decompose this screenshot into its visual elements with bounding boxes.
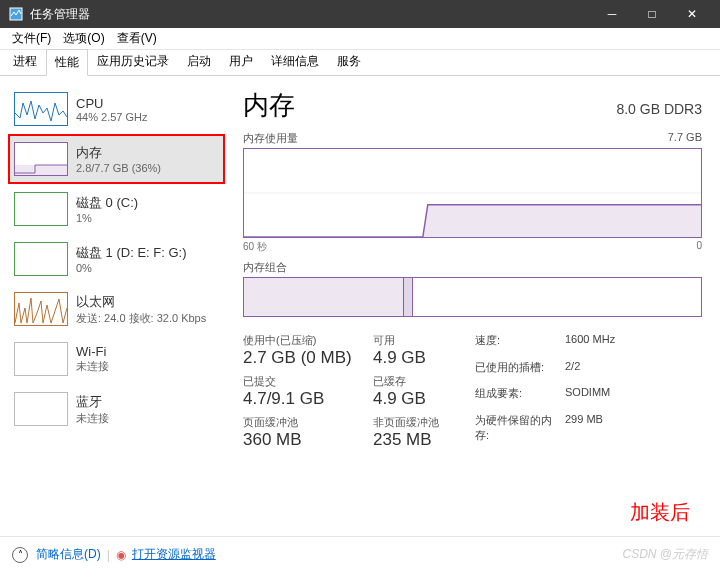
available-label: 可用 <box>373 333 463 348</box>
sidebar-item-stat: 1% <box>76 212 219 224</box>
sidebar-item-stat: 发送: 24.0 接收: 32.0 Kbps <box>76 311 219 326</box>
speed-label: 速度: <box>475 333 565 356</box>
open-resmon-link[interactable]: 打开资源监视器 <box>132 546 216 563</box>
chevron-up-icon[interactable]: ˄ <box>12 547 28 563</box>
slots-value: 2/2 <box>565 360 645 383</box>
tab-processes[interactable]: 进程 <box>4 48 46 75</box>
in-use-label: 使用中(已压缩) <box>243 333 373 348</box>
menu-view[interactable]: 查看(V) <box>111 28 163 49</box>
sidebar-item-bluetooth[interactable]: 蓝牙 未连接 <box>8 384 225 434</box>
paged-value: 360 MB <box>243 430 373 450</box>
tab-app-history[interactable]: 应用历史记录 <box>88 48 178 75</box>
nonpaged-value: 235 MB <box>373 430 463 450</box>
available-value: 4.9 GB <box>373 348 463 368</box>
form-label: 组成要素: <box>475 386 565 409</box>
bluetooth-mini-graph <box>14 392 68 426</box>
sidebar-item-stat: 未连接 <box>76 359 219 374</box>
menubar: 文件(F) 选项(O) 查看(V) <box>0 28 720 50</box>
memory-total: 8.0 GB DDR3 <box>616 101 702 117</box>
committed-label: 已提交 <box>243 374 373 389</box>
page-title: 内存 <box>243 88 295 123</box>
cpu-mini-graph <box>14 92 68 126</box>
slots-label: 已使用的插槽: <box>475 360 565 383</box>
wifi-mini-graph <box>14 342 68 376</box>
sidebar-item-label: 内存 <box>76 144 219 162</box>
sidebar-item-ethernet[interactable]: 以太网 发送: 24.0 接收: 32.0 Kbps <box>8 284 225 334</box>
memory-composition-chart <box>243 277 702 317</box>
ethernet-mini-graph <box>14 292 68 326</box>
footer: ˄ 简略信息(D) | ◉ 打开资源监视器 CSDN @元存悟 <box>0 536 720 572</box>
sidebar-item-cpu[interactable]: CPU 44% 2.57 GHz <box>8 84 225 134</box>
tab-users[interactable]: 用户 <box>220 48 262 75</box>
sidebar: CPU 44% 2.57 GHz 内存 2.8/7.7 GB (36%) 磁盘 … <box>0 76 225 536</box>
sidebar-item-stat: 未连接 <box>76 411 219 426</box>
sidebar-item-wifi[interactable]: Wi-Fi 未连接 <box>8 334 225 384</box>
sidebar-item-disk1[interactable]: 磁盘 1 (D: E: F: G:) 0% <box>8 234 225 284</box>
committed-value: 4.7/9.1 GB <box>243 389 373 409</box>
svg-marker-3 <box>244 205 701 237</box>
app-icon <box>8 6 24 22</box>
sidebar-item-memory[interactable]: 内存 2.8/7.7 GB (36%) <box>8 134 225 184</box>
paged-label: 页面缓冲池 <box>243 415 373 430</box>
tab-startup[interactable]: 启动 <box>178 48 220 75</box>
tab-performance[interactable]: 性能 <box>46 49 88 76</box>
tab-bar: 进程 性能 应用历史记录 启动 用户 详细信息 服务 <box>0 50 720 76</box>
disk-mini-graph <box>14 242 68 276</box>
minimize-button[interactable]: ─ <box>592 0 632 28</box>
composition-label: 内存组合 <box>243 260 287 275</box>
usage-chart-label: 内存使用量 <box>243 131 298 146</box>
sidebar-item-label: Wi-Fi <box>76 344 219 359</box>
annotation-text: 加装后 <box>630 499 690 526</box>
sidebar-item-label: 磁盘 0 (C:) <box>76 194 219 212</box>
sidebar-item-stat: 44% 2.57 GHz <box>76 111 219 123</box>
sidebar-item-label: 以太网 <box>76 293 219 311</box>
reserved-label: 为硬件保留的内存: <box>475 413 565 451</box>
sidebar-item-label: 蓝牙 <box>76 393 219 411</box>
memory-usage-chart <box>243 148 702 238</box>
nonpaged-label: 非页面缓冲池 <box>373 415 463 430</box>
disk-mini-graph <box>14 192 68 226</box>
resmon-icon: ◉ <box>116 548 126 562</box>
menu-options[interactable]: 选项(O) <box>57 28 110 49</box>
cached-label: 已缓存 <box>373 374 463 389</box>
close-button[interactable]: ✕ <box>672 0 712 28</box>
sidebar-item-disk0[interactable]: 磁盘 0 (C:) 1% <box>8 184 225 234</box>
in-use-value: 2.7 GB (0 MB) <box>243 348 373 368</box>
watermark: CSDN @元存悟 <box>622 546 708 563</box>
titlebar: 任务管理器 ─ □ ✕ <box>0 0 720 28</box>
reserved-value: 299 MB <box>565 413 645 451</box>
time-axis-start: 60 秒 <box>243 240 267 254</box>
svg-rect-0 <box>10 8 22 20</box>
maximize-button[interactable]: □ <box>632 0 672 28</box>
time-axis-end: 0 <box>696 240 702 254</box>
main-panel: 内存 8.0 GB DDR3 内存使用量 7.7 GB 60 秒 0 内存组合 <box>225 76 720 536</box>
cached-value: 4.9 GB <box>373 389 463 409</box>
fewer-details-link[interactable]: 简略信息(D) <box>36 546 101 563</box>
speed-value: 1600 MHz <box>565 333 645 356</box>
tab-services[interactable]: 服务 <box>328 48 370 75</box>
window-title: 任务管理器 <box>30 6 592 23</box>
sidebar-item-stat: 0% <box>76 262 219 274</box>
menu-file[interactable]: 文件(F) <box>6 28 57 49</box>
memory-mini-graph <box>14 142 68 176</box>
sidebar-item-stat: 2.8/7.7 GB (36%) <box>76 162 219 174</box>
sidebar-item-label: CPU <box>76 96 219 111</box>
usage-chart-max: 7.7 GB <box>668 131 702 146</box>
form-value: SODIMM <box>565 386 645 409</box>
tab-details[interactable]: 详细信息 <box>262 48 328 75</box>
svg-rect-1 <box>15 165 68 176</box>
sidebar-item-label: 磁盘 1 (D: E: F: G:) <box>76 244 219 262</box>
